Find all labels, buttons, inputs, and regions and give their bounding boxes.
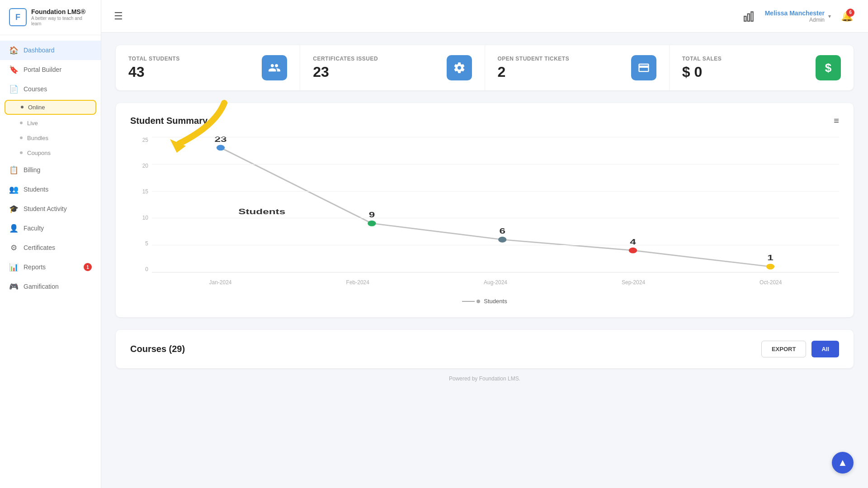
export-button[interactable]: EXPORT [761, 341, 806, 357]
sidebar-item-faculty[interactable]: 👤 Faculty [0, 219, 101, 238]
sidebar-logo: F Foundation LMS® A better way to teach … [0, 0, 101, 35]
sidebar-nav: 🏠 Dashboard 🔖 Portal Builder 📄 Courses O… [0, 35, 101, 488]
x-label-feb: Feb-2024 [346, 279, 369, 286]
grid-line [152, 164, 839, 164]
chart-title: Student Summary [130, 116, 208, 126]
student-activity-icon: 🎓 [9, 204, 18, 214]
courses-title: Courses (29) [130, 344, 185, 354]
y-label-25: 25 [130, 137, 148, 143]
sidebar-item-label: Gamification [24, 283, 59, 290]
x-label-aug: Aug-2024 [484, 279, 507, 286]
stat-value: 23 [313, 64, 378, 80]
svg-rect-2 [751, 12, 753, 21]
x-label-sep: Sep-2024 [622, 279, 645, 286]
stats-row: TOTAL STUDENTS 43 CERTIFICATES ISSUED 23 [116, 45, 854, 90]
sidebar-item-bundles[interactable]: Bundles [0, 131, 101, 145]
stat-icon-sales: $ [816, 55, 841, 80]
chart-x-labels: Jan-2024 Feb-2024 Aug-2024 Sep-2024 Oct-… [152, 274, 839, 291]
sidebar-item-live[interactable]: Live [0, 116, 101, 131]
sidebar-item-label: Online [28, 104, 45, 111]
sidebar-item-courses[interactable]: 📄 Courses [0, 80, 101, 99]
faculty-icon: 👤 [9, 224, 18, 233]
legend-item-students: Students [462, 298, 507, 305]
sidebar-item-label: Students [24, 186, 48, 193]
sidebar-item-online[interactable]: Online [5, 100, 96, 115]
sidebar-item-label: Reports [24, 263, 46, 271]
svg-point-12 [766, 264, 774, 270]
svg-point-8 [498, 237, 506, 243]
powered-by-footer: Powered by Foundation LMS. [116, 368, 854, 384]
sidebar-item-label: Dashboard [24, 47, 55, 54]
y-label-20: 20 [130, 163, 148, 169]
logo-icon: F [9, 8, 27, 26]
sidebar-item-label: Live [27, 120, 38, 127]
sidebar-item-label: Courses [24, 85, 47, 93]
top-header: ☰ Melissa Manchester Admin ▾ 🔔 6 [101, 0, 868, 33]
user-role: Admin [765, 17, 825, 23]
stat-label: OPEN STUDENT TICKETS [498, 56, 570, 62]
analytics-icon-button[interactable] [741, 8, 758, 25]
svg-rect-0 [744, 16, 746, 21]
sidebar-item-label: Portal Builder [24, 66, 61, 73]
y-label-5: 5 [130, 240, 148, 247]
sidebar-item-reports[interactable]: 📊 Reports 1 [0, 258, 101, 277]
y-label-10: 10 [130, 215, 148, 221]
stat-card-total-students: TOTAL STUDENTS 43 [116, 45, 300, 90]
stat-icon-certificates [447, 55, 472, 80]
legend-label: Students [484, 298, 507, 305]
svg-text:6: 6 [499, 226, 505, 235]
stat-card-certificates: CERTIFICATES ISSUED 23 [300, 45, 485, 90]
brand-tagline: A better way to teach and learn [31, 16, 92, 27]
dashboard-icon: 🏠 [9, 46, 18, 55]
stat-text: OPEN STUDENT TICKETS 2 [498, 56, 570, 80]
stat-icon-students [262, 55, 287, 80]
grid-line [152, 218, 839, 218]
stat-icon-tickets [631, 55, 656, 80]
user-info[interactable]: Melissa Manchester Admin ▾ [765, 9, 831, 23]
chart-area: 25 20 15 10 5 0 [130, 137, 839, 291]
sidebar-item-label: Student Activity [24, 205, 67, 212]
grid-line [152, 245, 839, 245]
svg-text:Students: Students [238, 207, 285, 216]
stat-value: $ 0 [682, 64, 722, 80]
sidebar-item-gamification[interactable]: 🎮 Gamification [0, 277, 101, 296]
notification-button[interactable]: 🔔 6 [838, 8, 855, 25]
sidebar-item-billing[interactable]: 📋 Billing [0, 160, 101, 180]
hamburger-button[interactable]: ☰ [114, 10, 123, 22]
sidebar-item-dashboard[interactable]: 🏠 Dashboard [0, 41, 101, 60]
sidebar-item-label: Faculty [24, 225, 44, 232]
svg-point-6 [368, 221, 376, 226]
sidebar-item-label: Coupons [27, 150, 51, 156]
stat-label: TOTAL STUDENTS [128, 56, 180, 62]
powered-by-text: Powered by Foundation LMS. [449, 375, 520, 382]
sidebar-item-student-activity[interactable]: 🎓 Student Activity [0, 199, 101, 219]
stat-card-tickets: OPEN STUDENT TICKETS 2 [485, 45, 670, 90]
svg-point-4 [217, 145, 225, 151]
scroll-to-top-button[interactable]: ▲ [832, 452, 854, 474]
main-content: ☰ Melissa Manchester Admin ▾ 🔔 6 [101, 0, 868, 488]
reports-badge: 1 [84, 263, 92, 271]
sidebar-item-students[interactable]: 👥 Students [0, 180, 101, 199]
x-label-oct: Oct-2024 [760, 279, 782, 286]
stat-text: TOTAL STUDENTS 43 [128, 56, 180, 80]
sidebar-item-portal-builder[interactable]: 🔖 Portal Builder [0, 60, 101, 80]
chart-svg: 23 9 6 4 1 Students [152, 137, 839, 272]
sidebar-item-certificates[interactable]: ⚙ Certificates [0, 238, 101, 258]
courses-header: Courses (29) EXPORT All [130, 341, 839, 357]
sidebar-item-label: Bundles [27, 135, 48, 141]
x-label-jan: Jan-2024 [209, 279, 232, 286]
stat-label: CERTIFICATES ISSUED [313, 56, 378, 62]
billing-icon: 📋 [9, 165, 18, 175]
chart-section: Student Summary ≡ 25 20 15 10 5 0 [116, 103, 854, 317]
chart-menu-button[interactable]: ≡ [834, 116, 839, 126]
chart-y-labels: 25 20 15 10 5 0 [130, 137, 148, 272]
sidebar-item-coupons[interactable]: Coupons [0, 145, 101, 160]
certificates-icon: ⚙ [9, 243, 18, 253]
chart-header: Student Summary ≡ [130, 116, 839, 126]
sub-dot [21, 106, 24, 108]
students-icon: 👥 [9, 185, 18, 194]
sidebar-item-label: Certificates [24, 244, 55, 251]
reports-icon: 📊 [9, 263, 18, 272]
all-button[interactable]: All [811, 341, 839, 357]
stat-text: CERTIFICATES ISSUED 23 [313, 56, 378, 80]
